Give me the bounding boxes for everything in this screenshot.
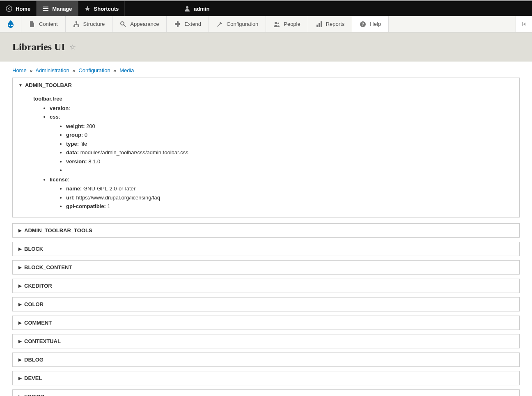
people-icon [273,21,280,27]
svg-rect-15 [321,21,322,27]
svg-point-6 [11,25,13,26]
user-icon [184,5,190,12]
favorite-star-icon[interactable]: ☆ [69,43,76,52]
svg-text:?: ? [362,22,364,27]
admin-tab-structure[interactable]: Structure [66,16,113,32]
star-icon [84,5,91,12]
help-icon: ? [360,21,366,27]
triangle-down-icon: ▼ [18,83,23,87]
toolbar-shortcuts-label: Shortcuts [94,6,119,12]
svg-rect-8 [73,25,75,27]
tree-css: css: weight: 200 group: 0 type: file dat… [50,112,511,175]
breadcrumb: Home » Administration » Configuration » … [0,62,532,78]
toolbar-admin: Content Structure Appearance Extend Conf… [0,16,532,32]
svg-rect-7 [76,21,77,23]
details-collapsed[interactable]: ▶CONTEXTUAL [12,334,520,348]
triangle-right-icon: ▶ [18,339,22,343]
details-collapsed[interactable]: ▶DBLOG [12,353,520,367]
breadcrumb-media[interactable]: Media [119,67,134,73]
details-collapsed-label: ADMIN_TOOLBAR_TOOLS [24,227,92,233]
svg-rect-2 [43,8,48,9]
svg-rect-9 [78,25,79,27]
admin-tab-configuration[interactable]: Configuration [209,16,266,32]
page-title: Libraries UI [12,41,65,53]
details-collapsed-label: COMMENT [24,320,52,326]
breadcrumb-config[interactable]: Configuration [78,67,110,73]
triangle-right-icon: ▶ [18,284,22,288]
reports-icon [316,21,322,27]
details-collapsed-label: DBLOG [24,357,44,363]
toolbar-manage-label: Manage [52,6,72,12]
toolbar-user[interactable]: admin [178,1,215,16]
svg-rect-14 [319,23,320,27]
details-collapsed-label: EDITOR [24,394,44,396]
details-collapsed[interactable]: ▶DEVEL [12,371,520,385]
admin-tab-appearance[interactable]: Appearance [112,16,167,32]
details-collapsed[interactable]: ▶EDITOR [12,389,520,396]
details-collapsed[interactable]: ▶BLOCK_CONTENT [12,260,520,275]
svg-point-4 [186,6,188,9]
hamburger-icon [42,5,49,12]
toolbar-home-label: Home [16,6,30,12]
toolbar-collapse-button[interactable] [516,16,532,32]
triangle-right-icon: ▶ [18,247,22,251]
tree-name: toolbar.tree [33,95,511,103]
tree-version: version: [50,104,511,113]
details-collapsed[interactable]: ▶CKEDITOR [12,279,520,293]
triangle-right-icon: ▶ [18,376,22,380]
details-collapsed[interactable]: ▶COLOR [12,297,520,311]
svg-rect-1 [43,7,48,7]
structure-icon [73,21,80,27]
admin-tab-reports[interactable]: Reports [308,16,353,32]
details-collapsed-label: COLOR [24,301,44,307]
svg-point-0 [6,6,12,11]
triangle-right-icon: ▶ [18,228,22,233]
details-collapsed[interactable]: ▶COMMENT [12,316,520,330]
details-collapsed-label: BLOCK_CONTENT [24,264,72,270]
details-collapsed[interactable]: ▶ADMIN_TOOLBAR_TOOLS [12,223,520,238]
svg-rect-3 [43,10,48,11]
admin-tab-help[interactable]: ? Help [352,16,389,32]
triangle-right-icon: ▶ [18,320,22,325]
details-body: toolbar.tree version: css: weight: 200 g… [13,92,519,217]
back-arrow-icon [6,5,12,12]
admin-tab-extend[interactable]: Extend [167,16,209,32]
svg-point-10 [121,22,124,25]
admin-tab-people[interactable]: People [266,16,308,32]
triangle-right-icon: ▶ [18,357,22,362]
appearance-icon [120,21,126,27]
details-summary[interactable]: ▼ ADMIN_TOOLBAR [13,78,519,92]
triangle-right-icon: ▶ [18,302,22,307]
drupal-logo[interactable] [0,16,21,32]
content-region: ▼ ADMIN_TOOLBAR toolbar.tree version: cs… [0,78,532,396]
collapsed-list: ▶ADMIN_TOOLBAR_TOOLS▶BLOCK▶BLOCK_CONTENT… [12,223,520,396]
toolbar-shortcuts[interactable]: Shortcuts [78,1,125,16]
details-collapsed-label: DEVEL [24,375,42,381]
toolbar-user-label: admin [194,6,209,12]
admin-tab-content[interactable]: Content [21,16,66,32]
document-icon [29,21,35,27]
breadcrumb-home[interactable]: Home [12,67,27,73]
triangle-right-icon: ▶ [18,394,22,396]
triangle-right-icon: ▶ [18,265,22,270]
tree-license: license: name: GNU-GPL-2.0-or-later url:… [50,175,511,211]
toolbar-top: Home Manage Shortcuts admin [0,0,532,16]
title-region: Libraries UI ☆ [0,32,532,62]
svg-rect-13 [316,25,318,27]
svg-point-5 [9,25,10,26]
details-collapsed-label: CONTEXTUAL [24,338,61,344]
breadcrumb-admin[interactable]: Administration [35,67,69,73]
toolbar-manage[interactable]: Manage [37,1,78,16]
details-collapsed-label: BLOCK [24,246,43,252]
toolbar-home[interactable]: Home [0,1,37,16]
extend-icon [174,21,181,27]
wrench-icon [216,21,223,27]
details-collapsed[interactable]: ▶BLOCK [12,242,520,256]
svg-point-12 [277,23,279,24]
details-collapsed-label: CKEDITOR [24,283,52,289]
svg-point-11 [275,22,277,24]
details-admin-toolbar: ▼ ADMIN_TOOLBAR toolbar.tree version: cs… [12,78,520,217]
